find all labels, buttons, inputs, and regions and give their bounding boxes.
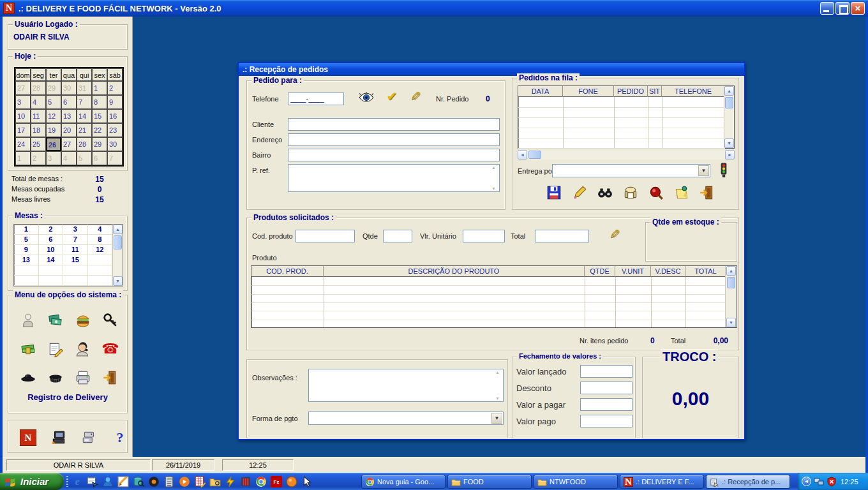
calendar-day[interactable]: 7 xyxy=(107,151,123,165)
mesa-cell[interactable]: 14 xyxy=(39,255,64,265)
view-client-icon[interactable] xyxy=(358,89,375,106)
calendar-day[interactable]: 29 xyxy=(92,137,107,151)
spreadsheet-icon[interactable] xyxy=(194,476,206,487)
key-icon[interactable] xyxy=(102,312,119,329)
fila-vscroll[interactable]: ▲ ▼ xyxy=(724,86,734,148)
taskbar-task[interactable]: Nova guia - Goo... xyxy=(361,475,445,489)
calendar-day[interactable]: 2 xyxy=(107,81,123,95)
antivirus-icon[interactable] xyxy=(286,476,297,487)
chrome-icon[interactable] xyxy=(255,476,267,487)
forma-pgto-combo[interactable]: ▼ xyxy=(308,412,504,425)
calendar-day[interactable]: 7 xyxy=(77,95,92,109)
spin-up-icon[interactable]: ▲ xyxy=(493,370,502,375)
traffic-light-icon[interactable] xyxy=(715,161,732,178)
cod-produto-input[interactable] xyxy=(296,230,355,242)
taskbar-task[interactable]: NTWFOOD xyxy=(534,475,618,489)
attendant-icon[interactable] xyxy=(75,341,91,357)
edit-icon[interactable] xyxy=(571,184,588,201)
search-db-icon[interactable] xyxy=(133,476,144,487)
endereco-input[interactable] xyxy=(288,133,500,146)
calendar-day[interactable]: 1 xyxy=(15,151,31,165)
dialog-titlebar[interactable]: .: Recepção de pedidos xyxy=(239,63,744,76)
fechamento-input[interactable] xyxy=(580,398,632,411)
calendar-day[interactable]: 10 xyxy=(15,109,31,123)
flash-icon[interactable] xyxy=(225,476,236,487)
fechamento-input[interactable] xyxy=(580,382,632,394)
taskbar-task[interactable]: FOOD xyxy=(447,475,532,489)
scroll-up-icon[interactable]: ▲ xyxy=(113,225,123,234)
mesas-list[interactable]: 123456789101112131415 ▲ ▼ xyxy=(13,224,123,286)
exit-door-icon[interactable] xyxy=(102,369,119,386)
calendar-day[interactable]: 29 xyxy=(46,81,61,95)
fechamento-input[interactable] xyxy=(580,415,632,427)
calendar-day[interactable]: 4 xyxy=(31,95,46,109)
fila-column-header[interactable]: TELEFONE xyxy=(662,86,725,97)
calendar-day[interactable]: 3 xyxy=(15,95,31,109)
cliente-input[interactable] xyxy=(288,118,500,131)
calendar-day[interactable]: 9 xyxy=(107,95,123,109)
calendar-day[interactable]: 12 xyxy=(46,109,61,123)
register-icon[interactable] xyxy=(50,429,67,446)
n-logo-icon[interactable]: N xyxy=(20,429,36,446)
save-icon[interactable] xyxy=(546,184,562,201)
calendar-day[interactable]: 22 xyxy=(92,123,107,137)
calendar-day[interactable]: 5 xyxy=(46,95,61,109)
total-input[interactable] xyxy=(535,230,589,242)
entrega-combo[interactable]: ▼ xyxy=(552,164,710,177)
spin-down-icon[interactable]: ▼ xyxy=(489,186,498,191)
produtos-column-header[interactable]: COD. PROD. xyxy=(251,266,324,277)
folder-view-icon[interactable] xyxy=(209,476,221,487)
red-search-icon[interactable] xyxy=(648,184,664,201)
confirm-icon[interactable]: ✔ xyxy=(384,88,400,105)
combo-arrow-icon[interactable]: ▼ xyxy=(698,165,709,176)
security-shield-icon[interactable] xyxy=(827,477,837,487)
calendar-day[interactable]: 1 xyxy=(92,81,107,95)
mesa-cell[interactable]: 4 xyxy=(88,225,113,235)
produtos-column-header[interactable]: DESCRIÇÃO DO PRODUTO xyxy=(324,266,585,277)
produtos-vscroll[interactable]: ▲ ▼ xyxy=(725,266,737,327)
calendar-day[interactable]: 28 xyxy=(31,81,46,95)
calendar-day[interactable]: 23 xyxy=(107,123,123,137)
mesa-cell[interactable]: 11 xyxy=(63,245,88,255)
mesa-cell[interactable]: 10 xyxy=(39,245,64,255)
mesa-cell[interactable]: 9 xyxy=(14,245,39,255)
calendar-day[interactable]: 24 xyxy=(15,137,31,151)
phone-icon[interactable]: ☎ xyxy=(102,341,119,357)
calendar-day[interactable]: 30 xyxy=(107,137,123,151)
messenger-icon[interactable] xyxy=(102,476,114,487)
mesa-cell[interactable]: 3 xyxy=(63,225,88,235)
fila-table[interactable]: DATAFONEPEDIDOSITTELEFONE ▲ ▼ xyxy=(518,85,735,149)
person-icon[interactable] xyxy=(20,312,36,329)
spin-up-icon[interactable]: ▲ xyxy=(489,165,498,170)
winamp-icon[interactable] xyxy=(240,476,251,487)
maximize-button[interactable] xyxy=(835,2,849,15)
mesa-cell[interactable]: 15 xyxy=(63,255,88,265)
scroll-thumb[interactable] xyxy=(725,97,733,108)
printer-icon[interactable] xyxy=(75,369,91,386)
calendar-day[interactable]: 25 xyxy=(31,137,46,151)
mesa-cell[interactable]: 6 xyxy=(39,235,64,245)
print-roll-icon[interactable] xyxy=(622,184,639,201)
observacoes-textarea[interactable]: ▲ ▼ xyxy=(308,369,504,402)
money-bills-icon[interactable] xyxy=(47,312,64,329)
app-titlebar[interactable]: N .: DELIVERY E FOOD FÁCIL NETWORK - Ver… xyxy=(0,0,868,17)
filezilla-icon[interactable]: Fz xyxy=(271,476,282,487)
fila-hscroll[interactable]: ◄ ► xyxy=(518,150,735,160)
scroll-right-icon[interactable]: ► xyxy=(725,150,735,160)
taskbar-task[interactable]: .: Recepção de p... xyxy=(706,475,790,489)
calendar-day[interactable]: 6 xyxy=(92,151,107,165)
paint-icon[interactable] xyxy=(117,476,129,487)
calendar-day[interactable]: 19 xyxy=(46,123,61,137)
calendar-day[interactable]: 18 xyxy=(31,123,46,137)
calendar-day[interactable]: 5 xyxy=(77,151,92,165)
fila-column-header[interactable]: DATA xyxy=(518,86,563,97)
produtos-table[interactable]: COD. PROD.DESCRIÇÃO DO PRODUTOQTDEV.UNIT… xyxy=(251,265,737,328)
mesa-cell[interactable]: 2 xyxy=(39,225,64,235)
mail-icon[interactable] xyxy=(87,476,98,487)
edit-product-icon[interactable]: ✎ xyxy=(607,226,624,242)
scroll-thumb[interactable] xyxy=(528,151,541,159)
scroll-left-icon[interactable]: ◄ xyxy=(518,150,527,160)
vlr-unitario-input[interactable] xyxy=(463,230,505,242)
find-icon[interactable] xyxy=(597,184,613,201)
help-icon[interactable]: ? xyxy=(112,429,128,446)
